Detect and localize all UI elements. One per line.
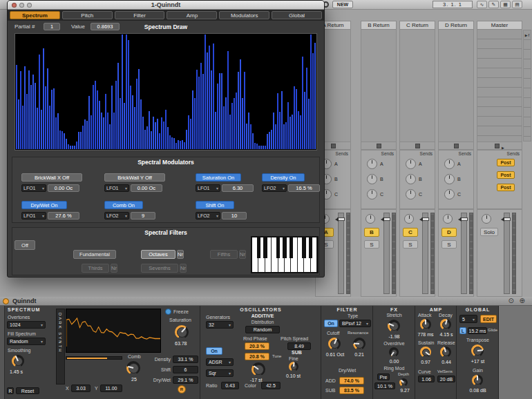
pitch-spread-value[interactable]: 8.49 [287, 342, 311, 350]
curve-value[interactable]: 1.06 [418, 376, 435, 382]
send-c-knob[interactable] [406, 189, 416, 200]
saturation-knob[interactable] [175, 325, 189, 339]
waveform-select[interactable]: Sqr [206, 369, 234, 377]
clip-slot-area[interactable] [399, 30, 435, 142]
scene-play-icon[interactable] [525, 33, 528, 37]
depth-knob[interactable] [399, 378, 408, 387]
color-value[interactable]: 42.5 [261, 382, 281, 389]
clip-stop-area[interactable] [438, 142, 474, 150]
send-a-knob[interactable] [444, 159, 455, 169]
sustain-knob[interactable] [420, 347, 431, 358]
piano-black-key[interactable] [302, 237, 306, 258]
solo-button[interactable]: S [403, 240, 418, 249]
tab-global[interactable]: Global [272, 11, 322, 19]
velsens-value[interactable]: 20 dB [437, 376, 455, 382]
lfo-select[interactable]: LFO2 [104, 212, 129, 220]
plugin-window[interactable]: 1-Quinndt Spectrum Pitch Filter Amp Modu… [7, 0, 325, 278]
piano-black-key[interactable] [283, 237, 287, 258]
clip-slot-area[interactable] [361, 30, 397, 142]
piano-keyboard[interactable] [251, 236, 319, 273]
fill-spectrum-select[interactable]: Random [7, 338, 46, 345]
piano-black-key[interactable] [289, 237, 294, 258]
mod-value[interactable]: 27.6 % [48, 212, 79, 220]
draw-mode-icon[interactable] [488, 1, 499, 8]
tab-filter[interactable]: Filter [115, 11, 165, 19]
send-c-knob[interactable] [367, 189, 377, 200]
rnd-phase-value[interactable]: 20.3 % [245, 342, 269, 350]
lfo-select[interactable]: LFO1 [21, 184, 46, 192]
tab-amp[interactable]: Amp [167, 11, 217, 19]
filter-octaves-button[interactable]: Octaves [141, 250, 175, 259]
stop-all-clips-button[interactable] [495, 144, 500, 148]
distribution-value[interactable]: Random [245, 326, 280, 333]
sub-value[interactable]: 83.5 % [339, 387, 364, 394]
generators-select[interactable]: 32 [206, 321, 234, 329]
clip-stop-button[interactable] [331, 144, 336, 148]
send-a-knob[interactable] [367, 159, 377, 169]
mod-value[interactable]: 9 [131, 212, 155, 220]
filter-sevenths-nr[interactable]: Nr [180, 264, 187, 273]
filter-fundamental-button[interactable]: Fundamental [73, 250, 116, 259]
post-toggle[interactable]: Post [497, 184, 515, 191]
track-header[interactable]: D Return [438, 21, 474, 30]
filter-octaves-nr[interactable]: Nr [177, 250, 184, 259]
fader-handle[interactable] [503, 217, 511, 221]
pan-knob[interactable] [443, 214, 453, 224]
device-view-empty-area[interactable] [499, 306, 532, 399]
reset-button[interactable]: Reset [16, 387, 39, 394]
mod-value[interactable]: 16.5 % [288, 184, 320, 192]
filter-on-button[interactable]: On [324, 320, 338, 327]
envelope-select[interactable]: ADSR [206, 358, 234, 366]
post-toggle[interactable]: Post [497, 171, 515, 179]
clip-stop-button[interactable] [415, 144, 420, 148]
osc-on-button[interactable]: On [206, 347, 222, 355]
filter-sevenths-button[interactable]: Sevenths [141, 264, 178, 273]
mod-toggle-drywet[interactable]: Dry/Wet On [21, 201, 67, 209]
mod-toggle-saturation[interactable]: Saturation On [196, 173, 241, 182]
mod-value[interactable]: 0.00 Oc [48, 184, 79, 192]
fader-handle[interactable] [421, 217, 429, 221]
post-toggle[interactable]: Post [497, 159, 515, 166]
mod-value[interactable]: 6.30 [222, 184, 254, 192]
track-activator-button[interactable]: C [403, 228, 418, 237]
track-header[interactable]: C Return [399, 21, 435, 30]
device-drag-handle[interactable] [0, 306, 5, 399]
stretch-knob[interactable] [388, 320, 400, 332]
pan-knob[interactable] [365, 214, 375, 224]
new-button[interactable]: NEW [332, 1, 353, 8]
filter-fifths-button[interactable]: Fifths [210, 250, 238, 259]
clip-stop-area[interactable] [361, 142, 397, 150]
freeze-indicator[interactable] [165, 309, 171, 315]
solo-button[interactable]: S [364, 240, 379, 249]
mod-toggle-comb[interactable]: Comb On [104, 201, 143, 209]
spectral-filters-off-button[interactable]: Off [15, 240, 35, 250]
device-view-toggle-icon[interactable] [520, 297, 525, 304]
clip-stop-button[interactable] [454, 144, 459, 148]
mod-toggle-shift[interactable]: Shift On [196, 201, 234, 209]
gain-knob[interactable] [472, 375, 483, 386]
filter-type-select[interactable]: BPsvf 12 [339, 320, 371, 327]
clip-view-toggle-icon[interactable] [509, 297, 514, 304]
automation-arm-icon[interactable] [477, 1, 487, 8]
pre-toggle[interactable]: Pre [377, 373, 390, 380]
lfo-select[interactable]: LFO2 [196, 212, 220, 220]
send-c-knob[interactable] [444, 189, 455, 200]
send-b-knob[interactable] [367, 174, 377, 184]
volume-fader[interactable] [383, 213, 390, 294]
pan-knob[interactable] [404, 214, 414, 224]
volume-fader[interactable] [461, 213, 467, 294]
track-header[interactable]: B Return [361, 21, 397, 30]
fader-handle[interactable] [337, 217, 345, 221]
tab-modulators[interactable]: Modulators [219, 11, 269, 19]
device-activator[interactable] [3, 298, 9, 304]
volume-fader[interactable] [422, 213, 428, 294]
release-knob[interactable] [440, 347, 451, 358]
filter-thirds-nr[interactable]: Nr [111, 264, 117, 273]
mod-value[interactable]: 0.00 Oc [131, 184, 162, 192]
density-value[interactable]: 33.1 % [173, 356, 198, 363]
send-b-knob[interactable] [444, 174, 455, 184]
volume-fader[interactable] [338, 213, 344, 294]
tune-knob[interactable] [251, 362, 265, 376]
overdrive-knob[interactable] [389, 347, 399, 357]
overtones-select[interactable]: 1024 [7, 321, 46, 329]
